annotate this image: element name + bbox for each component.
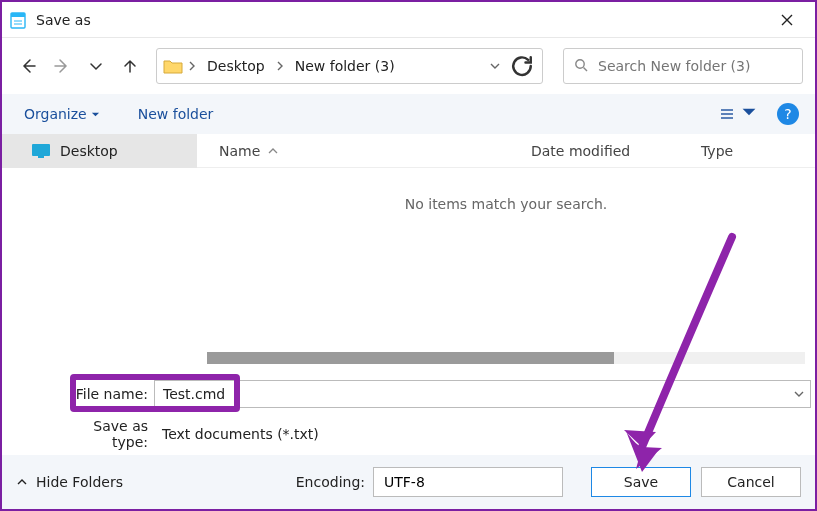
bottom-bar: Hide Folders Encoding: UTF-8 Save Cancel	[2, 455, 815, 509]
sidebar: Desktop	[2, 134, 197, 364]
sidebar-item-desktop[interactable]: Desktop	[2, 134, 197, 168]
view-options-button[interactable]	[713, 100, 763, 128]
search-box[interactable]	[563, 48, 803, 84]
nav-row: Desktop New folder (3)	[2, 38, 815, 94]
close-button[interactable]	[767, 2, 807, 37]
forward-button[interactable]	[48, 52, 76, 80]
encoding-select[interactable]: UTF-8	[373, 467, 563, 497]
svg-rect-10	[38, 156, 44, 158]
notepad-icon	[10, 11, 26, 29]
toolbar: Organize New folder ?	[2, 94, 815, 134]
cancel-button[interactable]: Cancel	[701, 467, 801, 497]
up-button[interactable]	[116, 52, 144, 80]
sort-indicator-icon	[268, 143, 338, 159]
caret-down-icon	[91, 106, 100, 122]
search-input[interactable]	[598, 58, 792, 74]
file-name-value: Test.cmd	[163, 386, 225, 402]
folder-icon	[163, 58, 183, 74]
hide-folders-button[interactable]: Hide Folders	[16, 474, 123, 490]
breadcrumb-item-desktop[interactable]: Desktop	[201, 56, 271, 76]
new-folder-button[interactable]: New folder	[132, 102, 220, 126]
chevron-right-icon[interactable]	[275, 61, 285, 71]
hide-folders-label: Hide Folders	[36, 474, 123, 490]
save-as-type-label: Save as type:	[72, 418, 154, 450]
column-header-date[interactable]: Date modified	[531, 143, 701, 159]
column-header-name[interactable]: Name	[219, 143, 531, 159]
main-area: Desktop Name Date modified Type No items…	[2, 134, 815, 364]
encoding-label: Encoding:	[296, 474, 365, 490]
organize-menu[interactable]: Organize	[18, 102, 106, 126]
chevron-down-icon[interactable]	[794, 386, 804, 402]
svg-rect-1	[11, 13, 25, 17]
encoding-value: UTF-8	[384, 474, 425, 490]
file-name-row: File name: Test.cmd	[72, 380, 811, 408]
search-icon	[574, 57, 598, 76]
svg-point-4	[576, 59, 584, 67]
caret-down-icon	[741, 104, 757, 124]
empty-search-message: No items match your search.	[197, 168, 815, 364]
chevron-right-icon[interactable]	[187, 61, 197, 71]
file-name-input[interactable]: Test.cmd	[154, 380, 811, 408]
title-bar: Save as	[2, 2, 815, 38]
desktop-icon	[32, 144, 50, 158]
save-button[interactable]: Save	[591, 467, 691, 497]
help-button[interactable]: ?	[777, 103, 799, 125]
svg-line-5	[584, 67, 588, 71]
column-headers: Name Date modified Type	[197, 134, 815, 168]
file-list: Name Date modified Type No items match y…	[197, 134, 815, 364]
column-header-type[interactable]: Type	[701, 143, 815, 159]
sidebar-item-label: Desktop	[60, 143, 118, 159]
svg-rect-9	[32, 144, 50, 156]
recent-locations-button[interactable]	[82, 52, 110, 80]
chevron-down-icon[interactable]	[490, 61, 500, 71]
refresh-button[interactable]	[508, 52, 536, 80]
window-title: Save as	[36, 12, 767, 28]
breadcrumb[interactable]: Desktop New folder (3)	[156, 48, 543, 84]
horizontal-scrollbar[interactable]	[207, 352, 805, 364]
organize-label: Organize	[24, 106, 87, 122]
back-button[interactable]	[14, 52, 42, 80]
file-name-label: File name:	[72, 386, 154, 402]
save-as-type-row: Save as type: Text documents (*.txt)	[72, 418, 811, 450]
scrollbar-thumb[interactable]	[207, 352, 614, 364]
new-folder-label: New folder	[138, 106, 214, 122]
breadcrumb-item-newfolder[interactable]: New folder (3)	[289, 56, 401, 76]
save-as-type-select[interactable]: Text documents (*.txt)	[154, 420, 811, 448]
save-as-type-value: Text documents (*.txt)	[162, 426, 319, 442]
